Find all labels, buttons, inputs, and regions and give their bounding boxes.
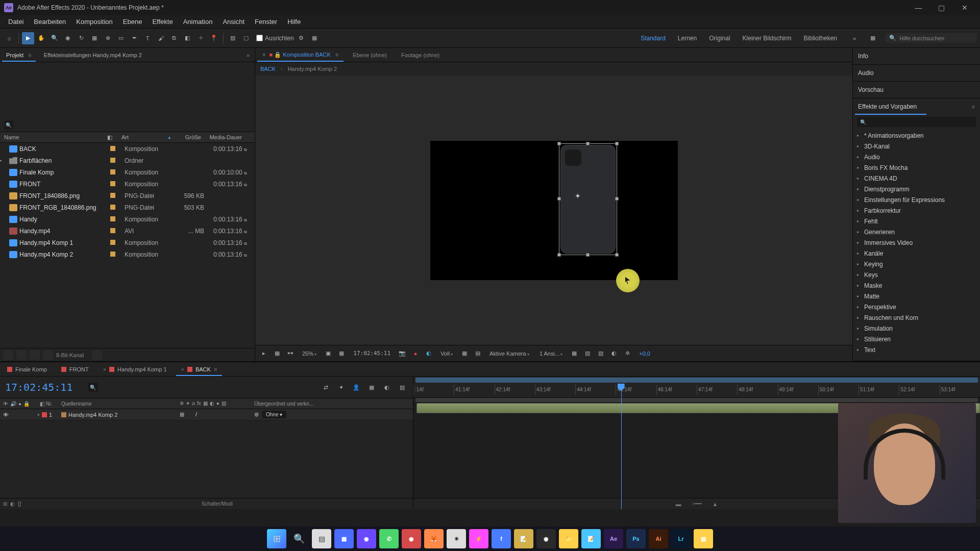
workspace-layout-icon[interactable]: ▦ [867, 32, 879, 44]
project-item[interactable]: FRONTKomposition0:00:13:16 ⧉ [0, 178, 255, 190]
project-item[interactable]: FRONT_1840886.pngPNG-Datei596 KB [0, 190, 255, 202]
shape-fill-icon[interactable]: ▨ [227, 32, 239, 44]
region-of-interest-icon[interactable]: ▣ [324, 349, 333, 358]
timeline-timecode[interactable]: 17:02:45:11 [5, 381, 72, 393]
menu-bearbeiten[interactable]: Bearbeiten [29, 16, 71, 28]
effect-category[interactable]: ▸CINEMA 4D [853, 173, 980, 184]
start-button[interactable]: ⊞ [267, 529, 286, 548]
snapshot-icon[interactable]: 📷 [398, 349, 407, 358]
exposure-value[interactable]: +0,0 [636, 349, 653, 358]
close-button[interactable]: ✕ [953, 0, 976, 15]
project-item[interactable]: Handy.mp4 Komp 2Komposition0:00:13:16 ⧉ [0, 248, 255, 260]
zoom-tool[interactable]: 🔍 [48, 32, 61, 44]
comp-tab[interactable]: × ■ 🔒 Komposition BACK ≡ [255, 48, 346, 61]
taskbar-illustrator-icon[interactable]: Ai [649, 529, 668, 548]
brush-tool[interactable]: 🖌 [155, 32, 167, 44]
interpret-footage-icon[interactable] [3, 350, 13, 360]
snap-options-icon[interactable]: ⚙ [295, 32, 307, 44]
panel-overflow-icon[interactable]: » [241, 52, 255, 58]
project-item[interactable]: FRONT_RGB_1840886.pngPNG-Datei503 KB [0, 202, 255, 213]
snap-bounds-icon[interactable]: ▦ [308, 32, 321, 44]
more-workspaces-icon[interactable]: » [848, 32, 861, 44]
effect-category[interactable]: ▸Generieren [853, 227, 980, 237]
selection-tool[interactable]: ▶ [22, 32, 34, 44]
timeline-search-input[interactable]: 🔍 [88, 383, 98, 392]
effect-category[interactable]: ▸Fehlt [853, 216, 980, 227]
effect-category[interactable]: ▸Simulation [853, 323, 980, 334]
exposure-icon[interactable]: ✲ [623, 349, 632, 358]
graph-editor-icon[interactable]: ▨ [397, 382, 408, 392]
breadcrumb-item[interactable]: BACK [260, 66, 276, 72]
task-view-icon[interactable]: ▤ [312, 529, 331, 548]
menu-datei[interactable]: Datei [3, 16, 29, 28]
effect-category[interactable]: ▸Stilisieren [853, 334, 980, 344]
shape-stroke-icon[interactable]: ▢ [240, 32, 252, 44]
project-item[interactable]: Handy.mp4AVI... MB0:00:13:16 ⧉ [0, 225, 255, 237]
zoom-dropdown[interactable]: 25% [299, 349, 320, 358]
project-item[interactable]: ▸FarbflächenOrdner [0, 155, 255, 166]
comp-tab[interactable]: Footage (ohne) [394, 49, 447, 61]
comp-tab[interactable]: Ebene (ohne) [346, 49, 394, 61]
home-icon[interactable]: ⌂ [3, 32, 15, 44]
workspace-bibliotheken[interactable]: Bibliotheken [799, 33, 842, 44]
eraser-tool[interactable]: ◧ [181, 32, 193, 44]
project-search-input[interactable]: 🔍 [4, 120, 13, 130]
clone-tool[interactable]: ⧉ [168, 32, 180, 44]
hand-tool[interactable]: ✋ [35, 32, 47, 44]
workspace-lernen[interactable]: Lernen [673, 33, 702, 44]
menu-fenster[interactable]: Fenster [250, 16, 282, 28]
rotate-tool[interactable]: ↻ [75, 32, 87, 44]
project-item[interactable]: Finale KompKomposition0:00:10:00 ⧉ [0, 166, 255, 178]
minimize-button[interactable]: — [907, 0, 930, 15]
effects-panel-header[interactable]: Effekte und Vorgaben ≡ [853, 98, 980, 115]
transparency-grid-icon[interactable]: ▦ [273, 349, 282, 358]
taskbar-explorer-icon[interactable]: 📁 [559, 529, 578, 548]
zoom-in-icon[interactable]: ▲ [712, 501, 718, 507]
effect-category[interactable]: ▸Dienstprogramm [853, 184, 980, 194]
switches-modes-label[interactable]: Schalter/Modi [202, 501, 233, 507]
timeline-tab[interactable]: × Handy.mp4 Komp 1 [96, 363, 174, 375]
taskbar-aftereffects-icon[interactable]: Ae [604, 529, 623, 548]
camera-dropdown[interactable]: Aktive Kamera [486, 349, 532, 358]
composition-viewer[interactable] [255, 76, 852, 345]
workspace-original[interactable]: Original [704, 33, 735, 44]
always-preview-icon[interactable]: ▸ [259, 349, 268, 358]
timeline-ruler[interactable]: :14f41:14f42:14f43:14f44:14f45:14f46:14f… [413, 377, 980, 398]
effect-category[interactable]: ▸Matte [853, 291, 980, 302]
effect-category[interactable]: ▸Audio [853, 152, 980, 162]
maximize-button[interactable]: ▢ [930, 0, 953, 15]
camera-tool[interactable]: ▦ [88, 32, 101, 44]
motion-blur-icon[interactable]: ◐ [381, 382, 393, 392]
orbit-tool[interactable]: ◉ [62, 32, 74, 44]
info-panel-header[interactable]: Info [853, 48, 980, 64]
color-mgmt-icon[interactable]: ◐ [424, 349, 433, 358]
breadcrumb-item[interactable]: Handy.mp4 Komp 2 [288, 66, 337, 72]
resolution-dropdown[interactable]: Voll [437, 349, 456, 358]
toggle-switches-icon[interactable]: ⊞ [3, 501, 7, 507]
effect-category[interactable]: ▸Immersives Video [853, 237, 980, 248]
effect-category[interactable]: ▸Text [853, 344, 980, 355]
project-item[interactable]: BACKKomposition0:00:13:16 ⧉ [0, 143, 255, 155]
anchor-point-icon[interactable] [575, 192, 582, 199]
project-item-list[interactable]: BACKKomposition0:00:13:16 ⧉▸FarbflächenO… [0, 143, 255, 348]
roto-tool[interactable]: ✧ [194, 32, 207, 44]
menu-animation[interactable]: Animation [178, 16, 218, 28]
delete-item-icon[interactable] [92, 350, 102, 360]
workspace-standard[interactable]: Standard [635, 33, 671, 44]
timeline-layer[interactable]: 👁▸ 1 Handy.mp4 Komp 2⊞/⊚Ohne ▾ [0, 409, 413, 420]
hide-shy-icon[interactable]: 👤 [351, 382, 362, 392]
effect-category[interactable]: ▸Maske [853, 280, 980, 291]
selection-bounding-box[interactable] [559, 143, 617, 255]
effect-category[interactable]: ▸Keys [853, 269, 980, 280]
anchor-tool[interactable]: ⊕ [102, 32, 114, 44]
draft-3d-icon[interactable]: ✦ [335, 382, 347, 392]
timeline-icon[interactable]: ▤ [473, 349, 482, 358]
frame-blend-icon[interactable]: ▦ [366, 382, 377, 392]
taskbar-whatsapp-icon[interactable]: ✆ [379, 529, 399, 548]
channel-icon[interactable]: ● [411, 349, 420, 358]
audio-panel-header[interactable]: Audio [853, 65, 980, 81]
taskbar-facebook-icon[interactable]: f [492, 529, 511, 548]
new-folder-icon[interactable] [16, 350, 27, 360]
menu-effekte[interactable]: Effekte [147, 16, 178, 28]
puppet-tool[interactable]: 📍 [208, 32, 220, 44]
